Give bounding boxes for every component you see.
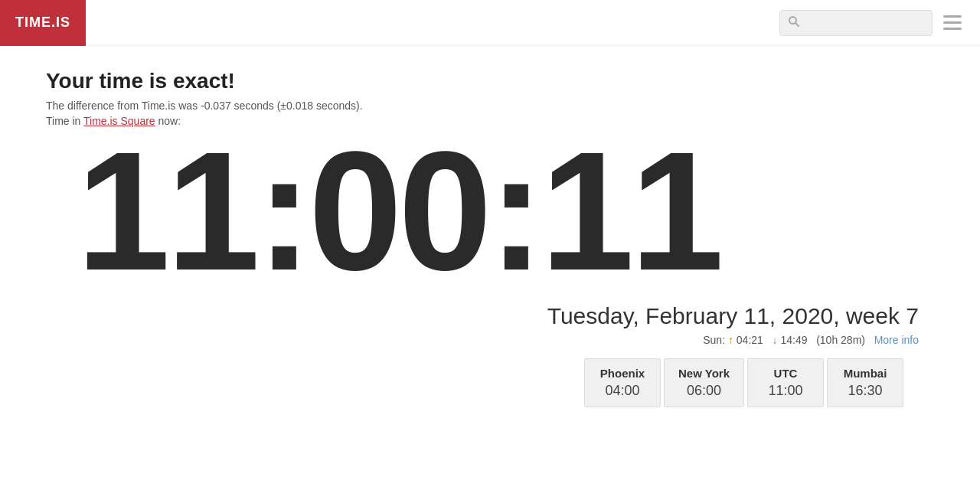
city-time: 06:00	[678, 383, 730, 399]
sun-rise-arrow: ↑	[728, 334, 733, 346]
city-name: New York	[678, 367, 730, 380]
search-box[interactable]	[779, 10, 933, 36]
sun-rise-time: 04:21	[737, 334, 763, 346]
city-box[interactable]: New York06:00	[664, 358, 744, 407]
search-input[interactable]	[805, 17, 924, 29]
logo[interactable]: TIME.IS	[0, 0, 86, 46]
main-content: Your time is exact! The difference from …	[0, 46, 980, 430]
city-name: Phoenix	[599, 367, 646, 380]
more-info-link[interactable]: More info	[874, 334, 919, 346]
city-time: 04:00	[599, 383, 646, 399]
clock-display: 11:00:11	[77, 127, 720, 296]
difference-text: The difference from Time.is was -0.037 s…	[46, 100, 934, 112]
header-right	[779, 10, 980, 36]
city-name: UTC	[762, 367, 809, 380]
header: TIME.IS	[0, 0, 980, 46]
search-icon	[788, 15, 800, 31]
city-name: Mumbai	[841, 367, 889, 380]
logo-text: TIME.IS	[15, 15, 70, 31]
city-time: 11:00	[762, 383, 809, 399]
city-box[interactable]: Mumbai16:30	[827, 358, 903, 407]
date-text: Tuesday, February 11, 2020, week 7	[46, 303, 919, 329]
city-times: Phoenix04:00New York06:00UTC11:00Mumbai1…	[46, 358, 919, 407]
date-section: Tuesday, February 11, 2020, week 7 Sun: …	[46, 303, 934, 407]
city-time: 16:30	[841, 383, 889, 399]
city-box[interactable]: UTC11:00	[747, 358, 824, 407]
city-box[interactable]: Phoenix04:00	[584, 358, 661, 407]
big-clock: 11:00:11	[77, 127, 934, 296]
hamburger-menu-icon[interactable]	[940, 12, 965, 33]
exact-time-heading: Your time is exact!	[46, 69, 934, 93]
sun-set-arrow: ↓	[773, 334, 778, 346]
sun-set-time: 14:49	[780, 334, 807, 346]
svg-line-1	[795, 23, 799, 26]
sun-info: Sun: ↑ 04:21 ↓ 14:49 (10h 28m) More info	[46, 334, 919, 346]
sun-duration: (10h 28m)	[816, 334, 865, 346]
